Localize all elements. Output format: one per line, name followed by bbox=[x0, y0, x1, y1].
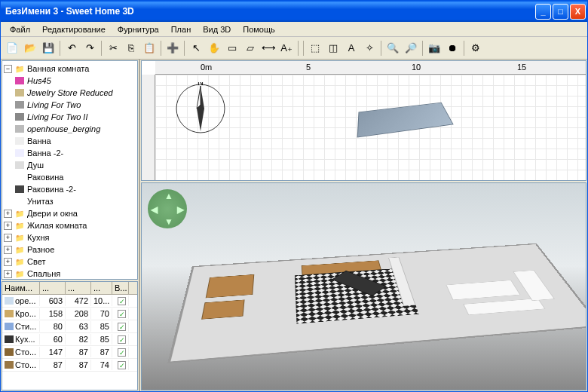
camera-icon[interactable]: 📷 bbox=[426, 40, 443, 57]
ruler-vertical bbox=[142, 75, 155, 180]
furniture-catalog-tree[interactable]: − 📁 Ванная комната Hus45 Jewelry Store R… bbox=[2, 60, 138, 280]
furniture-3d bbox=[201, 300, 244, 320]
nav-3d-control[interactable]: ▲ ▼ ◀ ▶ bbox=[148, 189, 187, 228]
plan-canvas[interactable]: N bbox=[155, 75, 586, 180]
compass-icon[interactable]: N bbox=[174, 82, 227, 135]
tree-category[interactable]: − 📁 Ванная комната bbox=[4, 63, 136, 75]
dimension-icon[interactable]: ⟷ bbox=[260, 40, 277, 57]
titlebar[interactable]: БезИмени 3 - Sweet Home 3D _ □ X bbox=[1, 1, 587, 22]
text-tool-icon[interactable]: A bbox=[343, 40, 360, 57]
wall-icon[interactable]: ▭ bbox=[224, 40, 240, 57]
folder-icon: 📁 bbox=[14, 269, 25, 278]
table-row[interactable]: Сто...878774✓ bbox=[2, 359, 137, 372]
menu-help[interactable]: Помощь bbox=[237, 23, 281, 35]
view-3d[interactable]: ▲ ▼ ◀ ▶ bbox=[141, 182, 586, 390]
menu-furniture[interactable]: Фурнитура bbox=[112, 23, 165, 35]
menu-edit[interactable]: Редактирование bbox=[36, 23, 112, 35]
folder-icon: 📁 bbox=[14, 233, 25, 242]
tree-item[interactable]: Унитаз bbox=[14, 195, 136, 207]
checkbox-icon[interactable]: ✓ bbox=[118, 297, 126, 305]
furniture-list-table[interactable]: Наим... ... ... ... В... оре...60347210.… bbox=[2, 281, 138, 390]
sink-icon bbox=[14, 185, 25, 194]
tree-category[interactable]: +📁Кухня bbox=[4, 231, 136, 243]
copy-icon[interactable]: ⎘ bbox=[123, 40, 139, 57]
nav-up-icon[interactable]: ▲ bbox=[164, 191, 173, 201]
room-tool-icon[interactable]: ◫ bbox=[325, 40, 341, 57]
checkbox-icon[interactable]: ✓ bbox=[118, 323, 126, 331]
new-icon[interactable]: 📄 bbox=[4, 40, 20, 57]
table-header[interactable]: Наим... ... ... ... В... bbox=[2, 282, 137, 295]
expand-icon[interactable]: + bbox=[4, 222, 12, 230]
tree-item[interactable]: Living For Two bbox=[14, 99, 136, 111]
furniture-icon bbox=[14, 112, 25, 121]
checkbox-icon[interactable]: ✓ bbox=[118, 335, 126, 344]
zoom-out-icon[interactable]: 🔎 bbox=[403, 40, 419, 57]
col-2[interactable]: ... bbox=[66, 282, 91, 294]
text-icon[interactable]: A₊ bbox=[278, 40, 295, 57]
col-name[interactable]: Наим... bbox=[2, 282, 40, 294]
menu-file[interactable]: Файл bbox=[4, 23, 36, 35]
tree-item[interactable]: openhouse_berging bbox=[14, 123, 136, 135]
add-furniture-icon[interactable]: ➕ bbox=[164, 40, 181, 57]
undo-icon[interactable]: ↶ bbox=[63, 40, 80, 57]
table-row[interactable]: Сти...806385✓ bbox=[2, 320, 137, 333]
cut-icon[interactable]: ✂ bbox=[105, 40, 121, 57]
expand-icon[interactable]: + bbox=[4, 258, 12, 266]
close-button[interactable]: X bbox=[570, 4, 586, 20]
record-icon[interactable]: ⏺ bbox=[444, 40, 461, 57]
checkbox-icon[interactable]: ✓ bbox=[118, 310, 126, 318]
expand-icon[interactable]: + bbox=[4, 246, 12, 254]
table-row[interactable]: Кро...15820870✓ bbox=[2, 308, 137, 320]
preferences-icon[interactable]: ⚙ bbox=[467, 40, 484, 57]
expand-icon[interactable]: + bbox=[4, 234, 12, 242]
room-icon[interactable]: ▱ bbox=[242, 40, 259, 57]
col-1[interactable]: ... bbox=[40, 282, 66, 294]
tree-item[interactable]: Ванна -2- bbox=[14, 147, 136, 159]
tree-item[interactable]: Hus45 bbox=[14, 75, 136, 87]
wall-tool-icon[interactable]: ⬚ bbox=[307, 40, 323, 57]
menu-plan[interactable]: План bbox=[165, 23, 198, 35]
tree-category[interactable]: +📁Двери и окна bbox=[4, 207, 136, 219]
furniture-icon bbox=[14, 88, 25, 97]
save-icon[interactable]: 💾 bbox=[40, 40, 57, 57]
tree-category[interactable]: +📁Свет bbox=[4, 256, 136, 268]
separator-icon bbox=[303, 41, 304, 56]
nav-down-icon[interactable]: ▼ bbox=[164, 216, 173, 227]
tree-item[interactable]: Jewelry Store Reduced bbox=[14, 87, 136, 99]
table-row[interactable]: оре...60347210...✓ bbox=[2, 295, 137, 308]
pan-icon[interactable]: ✋ bbox=[206, 40, 222, 57]
checkbox-icon[interactable]: ✓ bbox=[118, 348, 126, 357]
tree-category[interactable]: +📁Разное bbox=[4, 243, 136, 256]
open-icon[interactable]: 📂 bbox=[22, 40, 38, 57]
table-row[interactable]: Кух...608285✓ bbox=[2, 333, 137, 346]
compass-tool-icon[interactable]: ✧ bbox=[361, 40, 378, 57]
menu-3dview[interactable]: Вид 3D bbox=[197, 23, 237, 35]
paste-icon[interactable]: 📋 bbox=[141, 40, 158, 57]
tree-item[interactable]: Раковина bbox=[14, 171, 136, 183]
table-row[interactable]: Сто...1478787✓ bbox=[2, 346, 137, 359]
col-3[interactable]: ... bbox=[91, 282, 112, 294]
plan-2d-view[interactable]: 0m 5 10 15 N bbox=[141, 60, 586, 181]
nav-left-icon[interactable]: ◀ bbox=[151, 204, 158, 215]
tree-item[interactable]: Living For Two II bbox=[14, 111, 136, 123]
right-panel: 0m 5 10 15 N ▲ ▼ ◀ bbox=[140, 60, 587, 391]
bath-icon bbox=[14, 136, 25, 145]
tree-item[interactable]: Душ bbox=[14, 159, 136, 171]
minimize-button[interactable]: _ bbox=[535, 4, 551, 20]
tree-item[interactable]: Ванна bbox=[14, 135, 136, 147]
zoom-in-icon[interactable]: 🔍 bbox=[384, 40, 401, 57]
redo-icon[interactable]: ↷ bbox=[81, 40, 98, 57]
nav-right-icon[interactable]: ▶ bbox=[177, 204, 184, 215]
collapse-icon[interactable]: − bbox=[4, 65, 12, 73]
tree-label: Ванная комната bbox=[27, 64, 89, 73]
select-icon[interactable]: ↖ bbox=[188, 40, 204, 57]
tree-category[interactable]: +📁Жилая комната bbox=[4, 219, 136, 231]
maximize-button[interactable]: □ bbox=[553, 4, 568, 20]
floorplan-preview[interactable] bbox=[357, 103, 454, 138]
col-visible[interactable]: В... bbox=[112, 282, 129, 294]
checkbox-icon[interactable]: ✓ bbox=[118, 361, 126, 369]
tree-item[interactable]: Раковина -2- bbox=[14, 183, 136, 195]
expand-icon[interactable]: + bbox=[4, 210, 12, 218]
expand-icon[interactable]: + bbox=[4, 270, 12, 278]
tree-category[interactable]: +📁Спальня bbox=[4, 268, 136, 280]
